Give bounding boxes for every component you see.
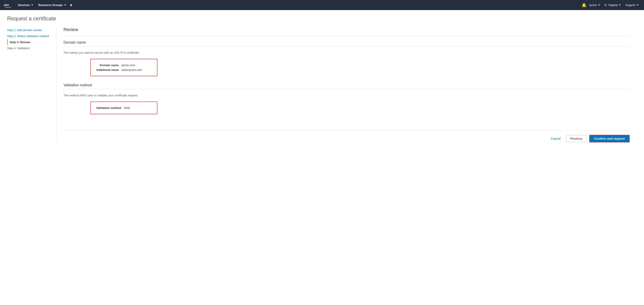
- resource-groups-nav[interactable]: Resource Groups: [37, 2, 68, 8]
- additional-name-value: www.tynick.com: [122, 68, 145, 72]
- notifications-icon[interactable]: 🔔: [582, 3, 586, 8]
- nav-right: 🔔 tynick N. Virginia Support: [582, 2, 640, 8]
- page-title: Request a certificate: [7, 16, 637, 22]
- validation-method-title: Validation method: [64, 83, 630, 87]
- validation-method-desc: The method AWS uses to validate your cer…: [64, 94, 630, 97]
- region-label: N. Virginia: [604, 3, 618, 7]
- additional-name-label: Additional name: [96, 68, 122, 72]
- previous-button[interactable]: Previous: [566, 135, 586, 142]
- review-divider: [64, 36, 630, 36]
- domain-name-value: tynick.com: [122, 63, 145, 68]
- validation-method-divider: [64, 89, 630, 89]
- support-menu[interactable]: Support: [624, 2, 640, 8]
- validation-method-table: Validation method DNS: [96, 106, 132, 110]
- review-title: Review: [64, 27, 630, 32]
- step-1-nav[interactable]: Step 1: Add domain names: [7, 27, 51, 33]
- services-chevron-icon: [31, 4, 33, 6]
- main-layout: Step 1: Add domain names Step 2: Select …: [7, 27, 637, 142]
- top-navigation: aws Services Resource Groups ★ 🔔 tynick …: [0, 0, 644, 10]
- services-nav[interactable]: Services: [16, 2, 35, 8]
- table-row: Additional name www.tynick.com: [96, 68, 145, 72]
- region-menu[interactable]: N. Virginia: [603, 2, 623, 8]
- table-row: Domain name tynick.com: [96, 63, 145, 68]
- services-label: Services: [18, 3, 30, 7]
- region-chevron-icon: [619, 4, 621, 6]
- domain-name-desc: The names you want to secure with an SSL…: [64, 51, 630, 54]
- user-label: tynick: [589, 3, 596, 7]
- table-row: Validation method DNS: [96, 106, 132, 110]
- validation-method-label: Validation method: [96, 106, 124, 110]
- content-area: Review Domain name The names you want to…: [56, 27, 637, 142]
- favorites-icon[interactable]: ★: [70, 3, 73, 7]
- user-chevron-icon: [598, 4, 600, 6]
- footer-actions: Cancel Previous Confirm and request: [64, 130, 630, 142]
- confirm-request-button[interactable]: Confirm and request: [589, 135, 630, 142]
- domain-name-title: Domain name: [64, 40, 630, 44]
- support-label: Support: [625, 3, 636, 7]
- step-2-nav[interactable]: Step 2: Select validation method: [7, 33, 51, 39]
- page-container: Request a certificate Step 1: Add domain…: [0, 10, 644, 148]
- resource-groups-label: Resource Groups: [38, 3, 63, 7]
- step-3-nav: Step 3: Review: [7, 39, 51, 45]
- domain-name-divider: [64, 46, 630, 46]
- svg-text:aws: aws: [4, 3, 9, 6]
- aws-logo[interactable]: aws: [4, 2, 12, 8]
- resource-groups-chevron-icon: [64, 4, 66, 6]
- validation-method-section: Validation method The method AWS uses to…: [64, 83, 630, 121]
- validation-method-box: Validation method DNS: [90, 102, 158, 114]
- support-chevron-icon: [637, 4, 639, 6]
- domain-name-label: Domain name: [96, 63, 122, 68]
- validation-method-value: DNS: [124, 106, 132, 110]
- sidebar: Step 1: Add domain names Step 2: Select …: [7, 27, 56, 142]
- cancel-button[interactable]: Cancel: [548, 136, 563, 142]
- step-4-nav: Step 4: Validation: [7, 45, 51, 51]
- domain-name-box: Domain name tynick.com Additional name w…: [90, 59, 158, 76]
- user-menu[interactable]: tynick: [588, 2, 602, 8]
- domain-name-table: Domain name tynick.com Additional name w…: [96, 63, 145, 72]
- domain-name-section: Domain name The names you want to secure…: [64, 40, 630, 83]
